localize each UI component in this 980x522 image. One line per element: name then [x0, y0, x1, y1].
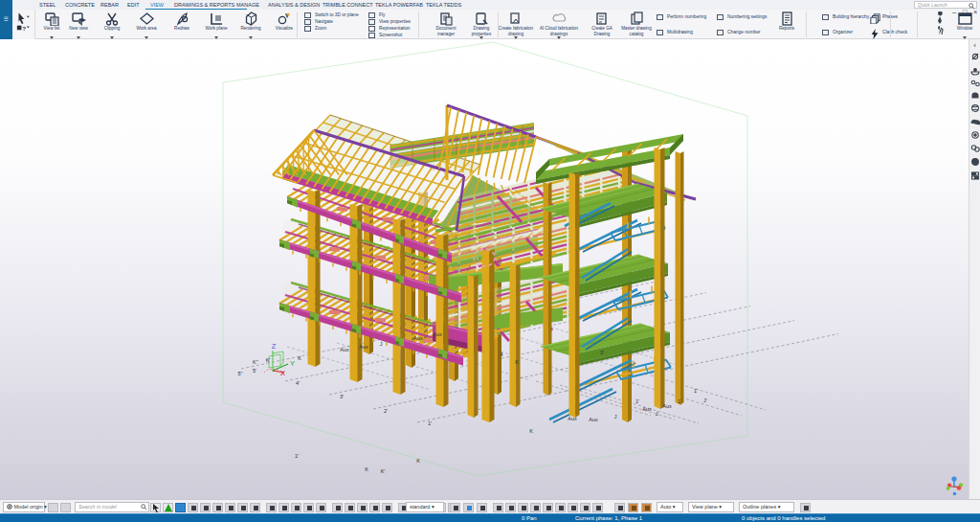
svg-text:J': J': [703, 397, 707, 403]
svg-text:Aux: Aux: [359, 344, 368, 350]
svg-text:Aux: Aux: [433, 331, 442, 337]
svg-text:K: K: [529, 428, 533, 434]
svg-text:3': 3': [340, 394, 344, 399]
svg-text:Aux: Aux: [568, 416, 577, 421]
svg-text:4': 4': [296, 380, 300, 386]
svg-text:5'': 5'': [237, 371, 242, 376]
svg-text:Aux: Aux: [340, 347, 349, 352]
svg-text:Aux: Aux: [642, 406, 652, 412]
svg-text:K'': K'': [253, 359, 258, 365]
svg-text:1': 1': [428, 420, 432, 426]
svg-text:1': 1': [635, 398, 639, 404]
svg-text:1': 1': [694, 388, 698, 394]
svg-text:K: K: [416, 458, 420, 464]
svg-text:Aux: Aux: [662, 403, 672, 409]
svg-text:3': 3': [600, 350, 604, 355]
svg-text:K: K: [365, 466, 368, 472]
svg-text:X: X: [280, 369, 285, 377]
svg-text:K: K: [298, 355, 301, 361]
svg-text:J: J: [614, 414, 617, 420]
svg-text:K: K: [515, 359, 519, 365]
svg-text:Y: Y: [290, 359, 295, 368]
svg-text:K': K': [266, 357, 271, 363]
svg-text:K': K': [381, 468, 386, 474]
svg-text:Z: Z: [272, 342, 277, 351]
svg-text:J: J: [380, 341, 383, 347]
svg-text:J: J: [656, 411, 658, 417]
svg-text:Aux: Aux: [413, 335, 423, 341]
svg-text:1': 1': [295, 453, 299, 459]
svg-text:1': 1': [678, 398, 681, 404]
svg-text:5': 5': [253, 368, 256, 374]
svg-text:2': 2': [384, 408, 388, 414]
svg-text:4: 4: [500, 352, 502, 357]
svg-text:Aux: Aux: [589, 417, 598, 422]
